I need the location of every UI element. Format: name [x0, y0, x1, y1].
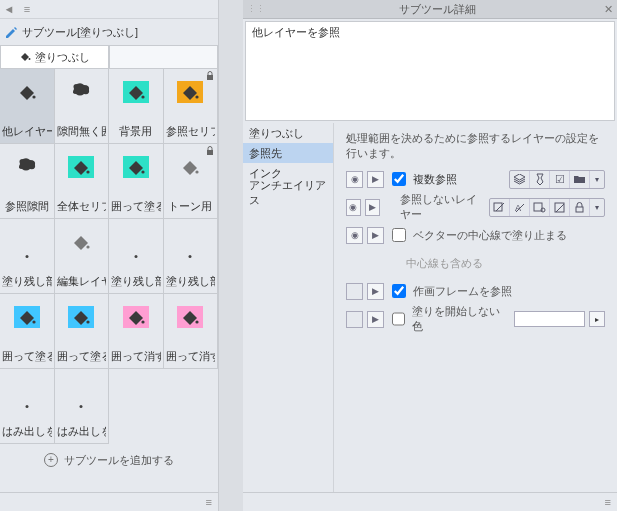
row-vector-center: ◉ ▶ ベクターの中心線で塗り止まる — [346, 223, 605, 247]
svg-point-15 — [32, 320, 35, 323]
svg-point-11 — [196, 170, 199, 173]
refmode-layers-icon[interactable] — [510, 171, 529, 188]
svg-point-1 — [32, 95, 35, 98]
tool-icon — [123, 306, 149, 328]
tool-icon — [177, 81, 203, 103]
tool-cell[interactable]: トーン用 — [164, 144, 219, 219]
expand-icon[interactable]: ▶ — [367, 311, 384, 328]
tool-label: 全体セリフ — [57, 199, 107, 214]
expand-icon[interactable]: ▶ — [367, 171, 384, 188]
panel-gap — [219, 0, 243, 511]
eye-icon[interactable]: ◉ — [346, 171, 363, 188]
tool-cell[interactable]: はみ出しを — [55, 369, 110, 444]
tool-cell[interactable]: 編集レイヤ — [55, 219, 110, 294]
svg-point-0 — [29, 58, 31, 60]
svg-line-23 — [496, 203, 504, 211]
svg-rect-12 — [207, 150, 213, 155]
tool-cell[interactable]: 囲って塗る — [55, 294, 110, 369]
detail-title: サブツール詳細 — [271, 2, 604, 17]
bucket-icon — [19, 52, 31, 62]
back-icon[interactable]: ◄ — [0, 0, 18, 18]
tool-icon — [177, 156, 203, 178]
refmode-folder-icon[interactable] — [569, 171, 589, 188]
row-include-center: 中心線も含める — [406, 251, 605, 275]
close-icon[interactable]: ✕ — [604, 3, 613, 16]
tool-cell[interactable]: 囲って塗る — [109, 144, 164, 219]
tool-label: 他レイヤー — [2, 124, 52, 139]
excl-dropdown-icon[interactable]: ▾ — [589, 199, 604, 216]
tool-icon — [70, 81, 92, 97]
tool-cell[interactable]: 他レイヤー — [0, 69, 55, 144]
expand-icon[interactable]: ▶ — [367, 227, 384, 244]
tool-icon — [68, 306, 94, 328]
left-menu-icon-bottom[interactable]: ≡ — [206, 496, 212, 508]
tool-cell[interactable]: はみ出しを — [0, 369, 55, 444]
refmode-pin-icon[interactable] — [529, 171, 549, 188]
tool-label: トーン用 — [166, 199, 216, 214]
tool-cell[interactable]: 背景用 — [109, 69, 164, 144]
lock-icon — [205, 146, 215, 156]
subtool-panel: ◄ ≡ サブツール[塗りつぶし] 塗りつぶし 他レイヤー隙間無く囲背景用参照セリ… — [0, 0, 219, 511]
excl-edit-icon[interactable] — [529, 199, 549, 216]
svg-point-10 — [141, 170, 144, 173]
frame-label: 作画フレームを参照 — [413, 284, 512, 299]
right-menu-icon[interactable]: ≡ — [605, 496, 611, 508]
frame-checkbox[interactable] — [392, 284, 406, 298]
preview-label: 他レイヤーを参照 — [252, 26, 340, 38]
no-start-color-checkbox[interactable] — [392, 312, 406, 326]
eye-icon[interactable] — [346, 311, 363, 328]
row-frame: ▶ 作画フレームを参照 — [346, 279, 605, 303]
eye-icon[interactable]: ◉ — [346, 199, 361, 216]
multi-ref-mode-buttons: ☑ ▾ — [509, 170, 605, 189]
tool-cell[interactable]: 参照セリフ — [164, 69, 219, 144]
exclude-label: 参照しないレイヤー — [400, 192, 485, 222]
tool-cell[interactable]: 隙間無く囲 — [55, 69, 110, 144]
eye-icon[interactable]: ◉ — [346, 227, 363, 244]
refmode-check-icon[interactable]: ☑ — [549, 171, 569, 188]
category-item[interactable]: 参照先 — [243, 143, 333, 163]
color-swatch[interactable] — [514, 311, 585, 327]
add-subtool-label: サブツールを追加する — [64, 453, 174, 468]
excl-draft-icon[interactable] — [490, 199, 509, 216]
row-exclude: ◉ ▶ 参照しないレイヤー A — [346, 195, 605, 219]
expand-icon[interactable]: ▶ — [365, 199, 380, 216]
tool-cell[interactable]: 塗り残し部 — [164, 219, 219, 294]
category-item[interactable]: 塗りつぶし — [243, 123, 333, 143]
vector-center-checkbox[interactable] — [392, 228, 406, 242]
grip-icon[interactable]: ⋮⋮ — [247, 4, 265, 14]
excl-lock-icon[interactable] — [569, 199, 589, 216]
preview-area: 他レイヤーを参照 — [245, 21, 615, 121]
tool-cell[interactable]: 囲って消す — [164, 294, 219, 369]
add-subtool-button[interactable]: + サブツールを追加する — [0, 444, 218, 476]
tool-label: はみ出しを — [2, 424, 52, 439]
left-menu-icon[interactable]: ≡ — [18, 0, 36, 18]
tool-cell[interactable]: 全体セリフ — [55, 144, 110, 219]
refmode-dropdown-icon[interactable]: ▾ — [589, 171, 604, 188]
tool-cell[interactable]: 参照隙間 — [0, 144, 55, 219]
tool-cell[interactable]: 囲って消す — [109, 294, 164, 369]
expand-icon[interactable]: ▶ — [367, 283, 384, 300]
tool-cell[interactable]: 囲って塗る — [0, 294, 55, 369]
tool-cell[interactable]: 塗り残し部 — [109, 219, 164, 294]
tool-icon — [14, 306, 40, 328]
excl-paper-icon[interactable] — [549, 199, 569, 216]
tool-label: 囲って消す — [111, 349, 161, 364]
tool-label: 塗り残し部 — [111, 274, 161, 289]
tool-cell[interactable]: 塗り残し部 — [0, 219, 55, 294]
detail-panel: ⋮⋮ サブツール詳細 ✕ 他レイヤーを参照 塗りつぶし参照先インクアンチエイリア… — [243, 0, 617, 511]
svg-point-13 — [87, 245, 90, 248]
include-center-label: 中心線も含める — [406, 256, 483, 271]
tab-empty[interactable] — [109, 45, 218, 69]
multi-ref-checkbox[interactable] — [392, 172, 406, 186]
tool-icon — [68, 231, 94, 253]
color-dropdown-icon[interactable]: ▸ — [589, 311, 605, 327]
category-item[interactable]: アンチエイリアス — [243, 183, 333, 203]
svg-point-8 — [87, 170, 90, 173]
excl-text-icon[interactable]: A — [509, 199, 529, 216]
tool-label: 参照セリフ — [166, 124, 216, 139]
tab-fill[interactable]: 塗りつぶし — [0, 45, 109, 69]
tool-icon — [16, 156, 38, 172]
tool-label: 背景用 — [111, 124, 161, 139]
category-list: 塗りつぶし参照先インクアンチエイリアス — [243, 123, 334, 492]
eye-icon[interactable] — [346, 283, 363, 300]
